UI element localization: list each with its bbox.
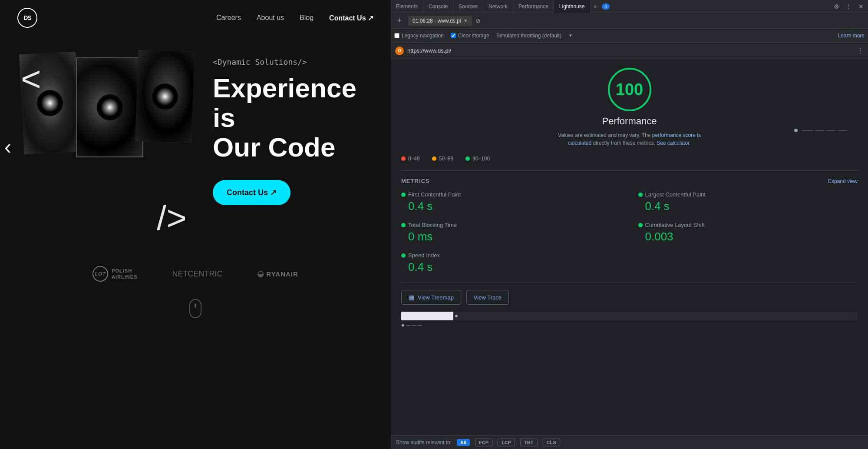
metric-lcp-label-row: Largest Contentful Paint [638,191,858,198]
view-treemap-button[interactable]: ▦ View Treemap [401,290,461,305]
hero-images: ‹ < /> [9,49,200,244]
bracket-left-icon: < [21,62,41,96]
gauge-line [801,130,813,131]
metrics-divider [401,283,858,283]
session-display: 01:06:28 - www.ds.pl ▼ [408,16,472,26]
nav-links: Careers About us Blog Contact Us ↗ [216,14,373,22]
tag-tbt[interactable]: TBT [520,439,537,446]
lighthouse-options: Legacy navigation Clear storage Simulate… [391,29,868,43]
site-favicon: D [395,47,404,55]
new-audit-button[interactable]: + [394,16,405,26]
nav-careers[interactable]: Careers [216,14,241,22]
view-trace-button[interactable]: View Trace [466,290,509,305]
score-label: Performance [602,116,657,127]
metric-fcp-label-row: First Contentful Paint [401,191,621,198]
hero-title: Experience is Our Code [213,73,365,163]
metric-lcp: Largest Contentful Paint 0.4 s [638,191,858,213]
metric-lcp-label: Largest Contentful Paint [645,191,706,198]
legend-orange-dot [432,156,436,161]
mouse-icon [189,299,201,318]
hero-content: <Dynamic Solutions/> Experience is Our C… [200,49,365,244]
close-devtools-button[interactable]: ✕ [854,3,868,10]
tab-lighthouse[interactable]: Lighthouse [554,0,591,13]
hero-cta-button[interactable]: Contact Us ↗ [213,180,290,205]
settings-icon[interactable]: ⚙ [830,3,843,10]
tag-lcp[interactable]: LCP [498,439,515,446]
learn-more-link[interactable]: Learn more [838,33,865,39]
nav-contact[interactable]: Contact Us ↗ [329,14,373,22]
audit-bar-label: Show audits relevant to: [396,439,452,446]
lighthouse-content[interactable]: 100 Performance Values are estimated and… [391,59,868,435]
timeline-bar [401,312,858,320]
tag-all[interactable]: All [457,439,470,446]
metric-cls-value: 0.003 [638,230,858,243]
legend-red-dot [401,156,406,161]
tab-network[interactable]: Network [483,0,513,13]
throttle-dropdown-icon[interactable]: ▼ [568,33,573,38]
timeline-labels: ◆ — — — [401,322,858,327]
clear-storage-option[interactable]: Clear storage [451,33,489,39]
metric-fcp-value: 0.4 s [401,200,621,213]
gauge-row [794,129,847,132]
netcentric-logo: netcentric [172,269,222,279]
scroll-indicator [0,290,391,327]
hero-section: ‹ < /> <Dynamic Solutions/> Experience i… [0,36,391,244]
throttle-label: Simulated throttling (default) [496,33,561,39]
calculator-link[interactable]: See calculator. [657,140,691,146]
legend-green: 90–100 [465,156,490,162]
metrics-title: METRICS [401,178,430,184]
tab-elements[interactable]: Elements [391,0,423,13]
metric-fcp-dot [401,193,406,197]
tab-performance[interactable]: Performance [513,0,554,13]
metric-tbt-label-row: Total Blocking Time [401,222,621,228]
metrics-grid: First Contentful Paint 0.4 s Largest Con… [401,191,858,274]
session-dropdown-icon[interactable]: ▼ [463,18,468,23]
metric-si-dot [401,253,406,258]
expand-view-button[interactable]: Expand view [828,178,858,184]
gauge-lines [801,130,847,131]
site-logo: DS [17,8,37,28]
url-bar: D https://www.ds.pl/ ⋮ [391,43,868,59]
metric-si-label: Speed Index [408,252,440,259]
score-wrapper: 100 Performance Values are estimated and… [401,68,858,327]
legacy-nav-option[interactable]: Legacy navigation [394,33,444,39]
gauge-line [815,130,825,131]
gauge-dot [794,129,798,132]
clear-storage-checkbox[interactable] [451,33,456,38]
tag-fcp[interactable]: FCP [475,439,492,446]
metric-cls-label-row: Cumulative Layout Shift [638,222,858,228]
metric-si-value: 0.4 s [401,260,621,274]
timeline-dot [455,315,458,317]
legacy-nav-checkbox[interactable] [394,33,399,38]
metric-si-label-row: Speed Index [401,252,621,259]
metric-cls-dot [638,223,643,227]
score-legend: 0–49 50–89 90–100 [401,156,858,162]
nav-about[interactable]: About us [257,14,284,22]
clear-button[interactable]: ⊘ [475,17,484,25]
metric-lcp-dot [638,193,643,197]
lot-badge-icon: LOT [92,266,108,282]
action-buttons: ▦ View Treemap View Trace [401,290,858,305]
tag-cls[interactable]: CLS [543,439,560,446]
carousel-prev-icon[interactable]: ‹ [4,135,11,159]
legend-red: 0–49 [401,156,420,162]
devtools-tabbar: Elements Console Sources Network Perform… [391,0,868,13]
devtools-menu-icon[interactable]: ⋮ [843,3,854,10]
navbar: DS Careers About us Blog Contact Us ↗ [0,0,391,36]
ryanair-logo: ◒ RYANAIR [257,269,298,279]
metric-tbt: Total Blocking Time 0 ms [401,222,621,243]
nav-blog[interactable]: Blog [300,14,314,22]
tab-sources[interactable]: Sources [453,0,483,13]
metric-tbt-label: Total Blocking Time [408,222,457,228]
treemap-icon: ▦ [409,294,414,301]
hero-image-center [76,57,143,157]
score-number: 100 [616,80,643,99]
tab-console[interactable]: Console [423,0,453,13]
lot-logo: LOT POLISHAIRLINES [92,266,137,282]
url-more-icon[interactable]: ⋮ [857,47,864,55]
mouse-wheel [195,303,196,308]
more-tabs-button[interactable]: » [591,3,601,10]
metric-cls: Cumulative Layout Shift 0.003 [638,222,858,243]
metric-fcp: First Contentful Paint 0.4 s [401,191,621,213]
metric-tbt-value: 0 ms [401,230,621,243]
